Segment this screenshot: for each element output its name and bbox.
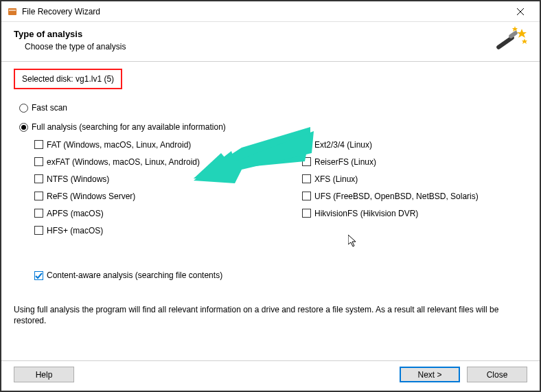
svg-rect-0 bbox=[8, 8, 16, 15]
close-icon bbox=[517, 8, 524, 15]
filesystem-options: FAT (Windows, macOS, Linux, Android)exFA… bbox=[34, 136, 527, 239]
analysis-description: Using full analysis the program will fin… bbox=[14, 305, 527, 326]
radio-fast-scan[interactable]: Fast scan bbox=[19, 103, 527, 113]
checkbox-icon bbox=[34, 192, 43, 200]
checkbox-fs-right-2[interactable]: XFS (Linux) bbox=[302, 170, 527, 187]
radio-icon bbox=[19, 123, 28, 132]
checkbox-icon bbox=[34, 174, 43, 183]
checkbox-label: HikvisionFS (Hikvision DVR) bbox=[314, 209, 418, 218]
svg-rect-1 bbox=[9, 10, 16, 11]
checkbox-icon bbox=[302, 157, 311, 166]
checkbox-icon bbox=[302, 140, 311, 149]
checkbox-fs-right-3[interactable]: UFS (FreeBSD, OpenBSD, NetBSD, Solaris) bbox=[302, 187, 527, 205]
radio-fast-scan-label: Fast scan bbox=[32, 103, 67, 113]
checkbox-icon bbox=[34, 140, 43, 149]
close-button-label: Close bbox=[487, 370, 508, 380]
wizard-wand-icon bbox=[494, 26, 527, 57]
wizard-footer: Help Next > Close bbox=[1, 360, 540, 391]
titlebar: File Recovery Wizard bbox=[1, 1, 540, 22]
selected-disk-highlight: Selected disk: vg1.lv1 (5) bbox=[14, 69, 122, 89]
checkbox-fs-right-1[interactable]: ReiserFS (Linux) bbox=[302, 153, 527, 170]
checkbox-fs-left-5[interactable]: HFS+ (macOS) bbox=[34, 222, 295, 239]
close-button[interactable]: Close bbox=[467, 367, 527, 382]
checkbox-label: NTFS (Windows) bbox=[47, 174, 109, 184]
page-title: Type of analysis bbox=[14, 29, 527, 39]
window-title: File Recovery Wizard bbox=[22, 7, 100, 16]
wizard-content: Selected disk: vg1.lv1 (5) Fast scan Ful… bbox=[1, 62, 540, 360]
checkbox-content-aware-label: Content-aware analysis (searching file c… bbox=[47, 270, 222, 280]
selected-disk-label: Selected disk: vg1.lv1 (5) bbox=[22, 74, 114, 84]
checkbox-content-aware[interactable]: Content-aware analysis (searching file c… bbox=[34, 270, 527, 280]
wizard-header: Type of analysis Choose the type of anal… bbox=[1, 22, 540, 62]
checkbox-icon bbox=[34, 157, 43, 166]
radio-full-analysis[interactable]: Full analysis (searching for any availab… bbox=[19, 122, 527, 132]
radio-icon bbox=[19, 104, 28, 113]
filesystem-column-left: FAT (Windows, macOS, Linux, Android)exFA… bbox=[34, 136, 295, 239]
checkbox-label: UFS (FreeBSD, OpenBSD, NetBSD, Solaris) bbox=[314, 192, 479, 201]
checkbox-icon bbox=[302, 174, 311, 183]
checkbox-fs-right-4[interactable]: HikvisionFS (Hikvision DVR) bbox=[302, 205, 527, 222]
page-subtitle: Choose the type of analysis bbox=[25, 42, 527, 51]
checkbox-fs-left-0[interactable]: FAT (Windows, macOS, Linux, Android) bbox=[34, 136, 295, 153]
wizard-window: File Recovery Wizard Type of analysis Ch… bbox=[0, 0, 541, 392]
checkbox-fs-left-2[interactable]: NTFS (Windows) bbox=[34, 170, 295, 187]
checkbox-label: APFS (macOS) bbox=[47, 209, 104, 218]
next-button[interactable]: Next > bbox=[400, 367, 460, 382]
checkbox-fs-left-3[interactable]: ReFS (Windows Server) bbox=[34, 187, 295, 205]
checkbox-label: HFS+ (macOS) bbox=[47, 226, 103, 235]
checkbox-label: ReFS (Windows Server) bbox=[47, 192, 135, 201]
checkbox-fs-left-1[interactable]: exFAT (Windows, macOS, Linux, Android) bbox=[34, 153, 295, 170]
app-icon bbox=[7, 6, 18, 17]
next-button-label: Next > bbox=[417, 370, 441, 380]
checkbox-label: Ext2/3/4 (Linux) bbox=[314, 140, 372, 150]
checkbox-label: FAT (Windows, macOS, Linux, Android) bbox=[47, 140, 191, 150]
window-close-button[interactable] bbox=[507, 2, 534, 21]
checkbox-icon bbox=[34, 209, 43, 218]
checkbox-icon bbox=[302, 209, 311, 218]
svg-marker-5 bbox=[512, 26, 518, 32]
checkbox-label: ReiserFS (Linux) bbox=[314, 157, 376, 167]
checkbox-fs-left-4[interactable]: APFS (macOS) bbox=[34, 205, 295, 222]
checkbox-label: exFAT (Windows, macOS, Linux, Android) bbox=[47, 157, 200, 167]
checkbox-icon bbox=[302, 192, 311, 200]
radio-full-analysis-label: Full analysis (searching for any availab… bbox=[32, 122, 226, 132]
help-button-label: Help bbox=[36, 370, 53, 380]
svg-marker-4 bbox=[517, 29, 527, 38]
filesystem-column-right: Ext2/3/4 (Linux)ReiserFS (Linux)XFS (Lin… bbox=[302, 136, 527, 239]
svg-marker-6 bbox=[522, 38, 527, 44]
checkbox-icon bbox=[34, 271, 43, 280]
checkbox-fs-right-0[interactable]: Ext2/3/4 (Linux) bbox=[302, 136, 527, 153]
checkbox-icon bbox=[34, 226, 43, 235]
checkbox-label: XFS (Linux) bbox=[314, 174, 358, 184]
help-button[interactable]: Help bbox=[14, 367, 74, 382]
